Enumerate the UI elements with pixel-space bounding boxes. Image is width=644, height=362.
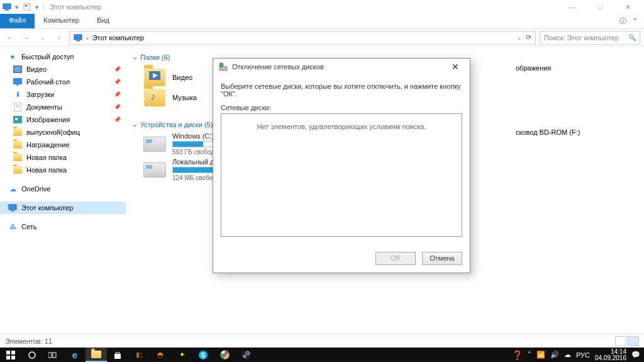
cancel-button[interactable]: Отмена	[422, 252, 462, 265]
sidebar-quick-access[interactable]: ★ Быстрый доступ	[0, 50, 126, 63]
sidebar-this-pc[interactable]: Этот компьютер	[0, 201, 126, 214]
svg-rect-21	[6, 351, 10, 354]
sidebar-item-downloads[interactable]: ⬇Загрузки📌	[0, 88, 126, 101]
dialog-list-label: Сетевые диски:	[221, 104, 462, 113]
folder-icon	[13, 127, 23, 137]
network-icon: 🖧	[8, 222, 18, 232]
tab-file[interactable]: Файл	[0, 14, 35, 28]
sidebar-network[interactable]: 🖧Сеть	[0, 220, 126, 233]
ok-button[interactable]: ОК	[375, 252, 416, 265]
skype-icon[interactable]: S	[192, 348, 214, 362]
quick-access-toolbar: ▾ ▾ |	[3, 3, 45, 11]
chrome-icon[interactable]	[214, 348, 235, 362]
sidebar-item-folder[interactable]: Новая папка	[0, 151, 126, 164]
drive-icon	[143, 162, 166, 178]
qat-dropdown-icon[interactable]: ▾	[13, 3, 21, 11]
tiles-view-icon[interactable]	[628, 336, 639, 346]
tab-computer[interactable]: Компьютер	[35, 14, 88, 28]
disconnect-network-drives-dialog: Отключение сетевых дисков ✕ Выберите сет…	[213, 58, 470, 273]
sidebar-item-label: Быстрый доступ	[21, 53, 74, 60]
app-icon[interactable]: ✦	[171, 348, 192, 362]
system-tray: ❓ ˄ 📶 🔊 ☁ РУС 14:14 04.09.2016 💬	[508, 349, 644, 361]
sidebar-item-folder[interactable]: выпускной(офиц	[0, 126, 126, 139]
details-view-icon[interactable]	[615, 336, 626, 346]
star-icon: ★	[8, 52, 18, 62]
svg-point-14	[15, 118, 18, 120]
action-center-icon[interactable]: 💬	[631, 351, 640, 359]
store-icon[interactable]	[107, 348, 128, 362]
sidebar-onedrive[interactable]: ☁OneDrive	[0, 183, 126, 195]
svg-rect-19	[219, 67, 227, 71]
forward-button[interactable]: →	[20, 31, 33, 44]
explorer-icon[interactable]	[86, 348, 107, 362]
back-button[interactable]: ←	[4, 31, 16, 44]
sidebar-item-desktop[interactable]: Рабочий стол📌	[0, 76, 126, 88]
start-button[interactable]	[0, 348, 21, 362]
network-tray-icon[interactable]: 📶	[536, 351, 545, 359]
obscured-label: ображения	[516, 64, 551, 72]
folder-icon	[13, 152, 23, 162]
dialog-message: Выберите сетевые диски, которые вы хотит…	[221, 80, 462, 104]
sidebar-item-label: Сеть	[21, 223, 36, 230]
properties-icon[interactable]	[23, 3, 31, 11]
steam-icon[interactable]	[235, 348, 257, 362]
sidebar-item-label: Новая папка	[26, 166, 67, 174]
cortana-button[interactable]	[21, 348, 43, 362]
recent-dropdown[interactable]: ⌄	[36, 31, 49, 44]
dialog-close-button[interactable]: ✕	[446, 62, 465, 72]
chevron-down-icon: ⌄	[132, 120, 138, 128]
sidebar-item-folder[interactable]: Награждение	[0, 139, 126, 151]
tray-chevron-icon[interactable]: ˄	[528, 351, 531, 359]
svg-rect-5	[76, 40, 80, 42]
pictures-icon	[13, 115, 23, 125]
dialog-titlebar[interactable]: Отключение сетевых дисков ✕	[213, 59, 470, 75]
svg-rect-27	[53, 353, 56, 358]
close-button[interactable]: ✕	[619, 3, 636, 11]
tab-view[interactable]: Вид	[88, 14, 118, 28]
help-icon[interactable]: ❓	[512, 350, 523, 360]
addr-dropdown-icon[interactable]: ⌄	[516, 33, 522, 42]
svg-rect-23	[6, 356, 10, 359]
ribbon-help-icon[interactable]: ⓘ ⌃	[613, 14, 644, 28]
video-icon	[13, 64, 23, 74]
download-icon: ⬇	[13, 89, 23, 99]
folder-icon	[13, 165, 23, 175]
svg-rect-16	[11, 210, 14, 212]
taskview-button[interactable]	[43, 348, 64, 362]
sidebar-item-folder[interactable]: Новая папка	[0, 164, 126, 176]
sidebar-item-pictures[interactable]: Изображения📌	[0, 113, 126, 126]
tile-label: Видео	[172, 74, 192, 81]
sidebar-item-label: Документы	[26, 103, 62, 111]
app-icon[interactable]: ◓	[150, 348, 171, 362]
obscured-label: сковод BD-ROM (F:)	[516, 128, 580, 136]
folder-icon	[13, 140, 23, 150]
group-label: Папки (6)	[140, 54, 170, 61]
document-icon	[13, 102, 23, 112]
clock[interactable]: 14:14 04.09.2016	[595, 349, 626, 361]
view-switcher[interactable]	[615, 336, 639, 346]
clock-date: 04.09.2016	[595, 355, 626, 361]
maximize-button[interactable]: □	[591, 3, 609, 11]
status-text: Элементов: 11	[5, 337, 52, 345]
language-indicator[interactable]: РУС	[576, 351, 590, 359]
refresh-button[interactable]: ⟳	[526, 33, 531, 42]
up-button[interactable]: ↑	[53, 31, 65, 44]
breadcrumb-location[interactable]: Этот компьютер	[92, 34, 144, 42]
svg-rect-1	[5, 9, 9, 11]
search-input[interactable]: Поиск: Этот компьютер 🔍	[540, 31, 640, 45]
app-icon[interactable]: ◧	[128, 348, 150, 362]
sidebar-item-label: Новая папка	[26, 154, 67, 161]
network-drives-list[interactable]: Нет элементов, удовлетворяющих условиям …	[221, 113, 462, 237]
onedrive-tray-icon[interactable]: ☁	[564, 351, 571, 359]
sidebar-item-documents[interactable]: Документы📌	[0, 101, 126, 113]
search-placeholder: Поиск: Этот компьютер	[544, 34, 619, 42]
edge-icon[interactable]: e	[64, 348, 86, 362]
address-bar[interactable]: › Этот компьютер ⌄ ⟳	[69, 31, 536, 45]
volume-icon[interactable]: 🔊	[550, 351, 559, 359]
sidebar-item-video[interactable]: Видео📌	[0, 63, 126, 76]
qat-dropdown2-icon[interactable]: ▾	[33, 3, 42, 11]
sidebar-item-label: Рабочий стол	[26, 78, 70, 86]
minimize-button[interactable]: —	[564, 3, 581, 11]
folder-icon: ♪	[143, 86, 166, 109]
window-titlebar: ▾ ▾ | Этот компьютер — □ ✕	[0, 0, 644, 14]
